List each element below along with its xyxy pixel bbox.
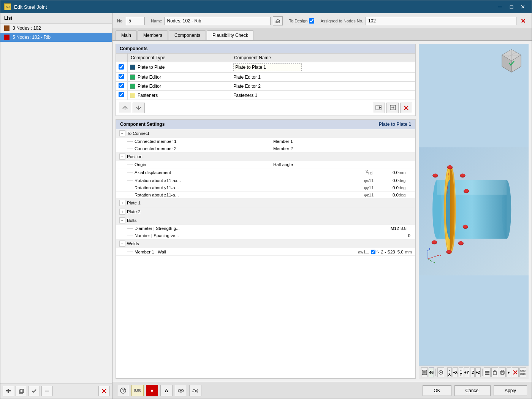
- delete-list-button[interactable]: [98, 386, 110, 396]
- section-welds[interactable]: − Welds: [116, 239, 415, 248]
- section-to-connect[interactable]: − To Connect: [116, 129, 415, 138]
- name-input[interactable]: [164, 17, 271, 25]
- bottom-toolbar: ? 0.00 ■ A f(x): [117, 385, 201, 396]
- comp-type-1: Plate to Plate: [138, 65, 165, 70]
- tab-main[interactable]: Main: [116, 30, 137, 40]
- tab-area: Main Members Components Plausibility Che…: [112, 29, 532, 382]
- view-cross-button[interactable]: [512, 367, 519, 377]
- expand-position[interactable]: −: [119, 154, 125, 160]
- svg-point-33: [448, 165, 452, 168]
- welds-label: Welds: [127, 241, 412, 246]
- help-button[interactable]: ?: [117, 385, 129, 396]
- tab-components[interactable]: Components: [169, 30, 206, 40]
- section-plate2[interactable]: + Plate 2: [116, 207, 415, 216]
- rotation-x-unit: deg: [399, 178, 412, 183]
- view-render-button[interactable]: [421, 367, 428, 377]
- view-3d-button[interactable]: [491, 367, 498, 377]
- nav-cube[interactable]: [498, 48, 525, 74]
- close-button[interactable]: ✕: [518, 3, 528, 11]
- move-up-button[interactable]: [119, 103, 131, 113]
- list-container: 3 Nodes : 102 5 Nodes: 102 - Rib: [0, 24, 112, 383]
- red-square-button[interactable]: ■: [146, 385, 158, 396]
- bottom-bar: ? 0.00 ■ A f(x): [112, 382, 532, 399]
- comp-checkbox-3[interactable]: [119, 83, 124, 88]
- add-icon: [5, 388, 11, 394]
- rotation-y-unit: deg: [399, 185, 412, 190]
- expand-bolts[interactable]: −: [119, 217, 125, 223]
- item-color-icon: [4, 25, 10, 31]
- view-button[interactable]: [175, 385, 187, 396]
- delete-component-button[interactable]: [400, 103, 412, 113]
- ok-button[interactable]: OK: [423, 385, 451, 396]
- text-a-button[interactable]: A: [160, 385, 173, 396]
- view-zminus-button[interactable]: -Z: [470, 367, 475, 377]
- no-input[interactable]: [126, 17, 145, 25]
- copy-button[interactable]: [16, 386, 27, 396]
- name-field-group: Name: [151, 16, 283, 25]
- view-fullscreen-button[interactable]: [519, 367, 526, 377]
- check-button[interactable]: [28, 386, 40, 396]
- minimize-button[interactable]: ─: [495, 3, 505, 11]
- comp-checkbox-4[interactable]: [119, 92, 124, 97]
- view-xminus-button[interactable]: -X: [447, 367, 452, 377]
- add-button[interactable]: [3, 386, 14, 396]
- uncheck-button[interactable]: [41, 386, 53, 396]
- col-type: Component Type: [128, 54, 231, 62]
- list-item[interactable]: 3 Nodes : 102: [0, 24, 112, 33]
- comp-checkbox-2[interactable]: [119, 74, 124, 79]
- svg-point-41: [459, 241, 463, 244]
- view-more-button[interactable]: ▾: [507, 367, 511, 377]
- list-item-selected[interactable]: 5 Nodes: 102 - Rib: [0, 33, 112, 42]
- view-xplus-button[interactable]: +X: [453, 367, 458, 377]
- diameter-value: M12: [391, 226, 399, 231]
- export-button[interactable]: [386, 103, 399, 113]
- view-zplus-button[interactable]: +Z: [475, 367, 481, 377]
- apply-button[interactable]: Apply: [494, 385, 527, 396]
- name-edit-button[interactable]: [273, 16, 283, 25]
- weld-checkbox[interactable]: [371, 250, 375, 254]
- comp-checkbox-1[interactable]: [119, 64, 124, 70]
- view-layers-button[interactable]: [484, 367, 491, 377]
- expand-to-connect[interactable]: −: [119, 130, 125, 136]
- to-connect-label: To Connect: [127, 131, 412, 136]
- svg-point-37: [464, 189, 469, 192]
- function-button[interactable]: f(x): [189, 385, 201, 396]
- view-settings-button[interactable]: [437, 367, 444, 377]
- assigned-delete-button[interactable]: ✕: [519, 17, 527, 25]
- view-yplus-button[interactable]: +Y: [464, 367, 470, 377]
- section-bolts[interactable]: − Bolts: [116, 216, 415, 225]
- tab-members[interactable]: Members: [138, 30, 168, 40]
- tab-plausibility[interactable]: Plausibility Check: [207, 30, 254, 40]
- comp-name-input-1[interactable]: [233, 63, 302, 71]
- check-icon: [31, 388, 37, 394]
- expand-plate1[interactable]: +: [119, 200, 125, 206]
- title-bar: SJ Edit Steel Joint ─ □ ✕: [0, 0, 532, 13]
- rotation-y-sub: φy11: [345, 185, 376, 190]
- expand-welds[interactable]: −: [119, 241, 125, 247]
- diameter-label: Diameter | Strength g...: [135, 226, 391, 231]
- view-print-button[interactable]: [499, 367, 506, 377]
- assigned-input[interactable]: [366, 17, 516, 25]
- connected-member-1-row: Connected member 1 Member 1: [116, 138, 415, 145]
- table-row: Plate Editor Plate Editor 1: [116, 73, 415, 82]
- cancel-button[interactable]: Cancel: [454, 385, 491, 396]
- delete-icon: [101, 388, 107, 394]
- svg-rect-71: [521, 370, 522, 371]
- components-table: Component Type Component Name: [116, 53, 415, 100]
- settings-title: Component Settings: [120, 122, 165, 127]
- rotation-z-label: Rotation about z11-a...: [135, 193, 345, 197]
- import-button[interactable]: [373, 103, 385, 113]
- svg-rect-61: [485, 372, 489, 374]
- uncheck-icon: [44, 388, 50, 394]
- svg-rect-74: [523, 374, 525, 375]
- expand-plate2[interactable]: +: [119, 209, 125, 215]
- assigned-label: Assigned to Nodes No.: [320, 19, 363, 23]
- maximize-button[interactable]: □: [507, 3, 516, 11]
- tab-bar: Main Members Components Plausibility Che…: [112, 29, 532, 41]
- zero-button[interactable]: 0.00: [131, 385, 144, 396]
- to-design-checkbox[interactable]: [309, 18, 314, 24]
- view-yminus-button[interactable]: -Y: [459, 367, 463, 377]
- section-position[interactable]: − Position: [116, 152, 415, 161]
- section-plate1[interactable]: + Plate 1: [116, 199, 415, 207]
- move-down-button[interactable]: [133, 103, 145, 113]
